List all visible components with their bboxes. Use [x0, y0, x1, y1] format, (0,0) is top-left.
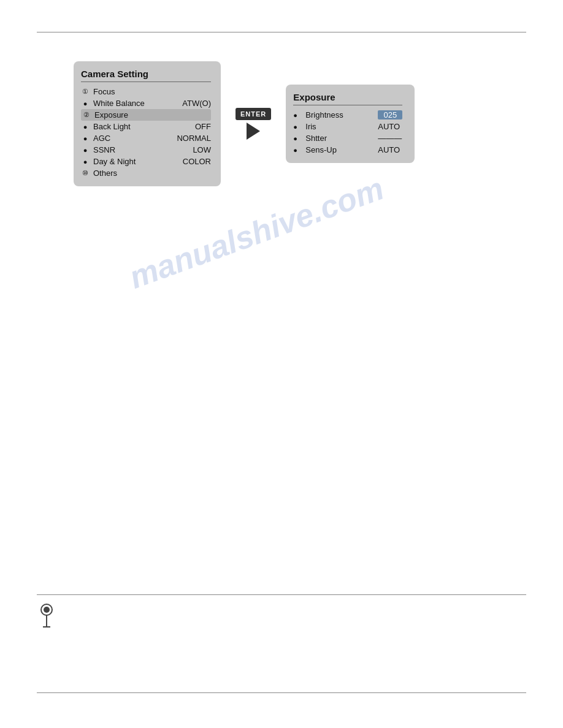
value-sensup: AUTO [378, 145, 402, 154]
label-shutter: Shtter [305, 134, 373, 143]
thumbtack-icon [37, 604, 56, 628]
arrow-right-icon [247, 123, 260, 140]
bullet-day-night: ● [81, 158, 90, 165]
exp-item-iris: ● Iris AUTO [293, 121, 402, 132]
bullet-ssnr: ● [81, 146, 90, 154]
menu-item-agc: ● AGC NORMAL [81, 132, 211, 144]
exposure-menu: Exposure ● Brightness 025 ● Iris AUTO ● … [286, 85, 415, 163]
enter-arrow: ENTER [236, 108, 271, 140]
bullet-backlight: ● [81, 123, 90, 131]
bullet-focus: ① [81, 88, 90, 96]
top-divider [37, 32, 526, 32]
menu-item-backlight: ● Back Light OFF [81, 121, 211, 132]
label-ssnr: SSNR [93, 145, 188, 154]
bullet-others: ⑩ [81, 169, 90, 177]
pin-icon [37, 604, 56, 632]
value-brightness: 025 [378, 110, 402, 119]
value-iris: AUTO [378, 122, 402, 131]
bottom-divider-bottom [37, 692, 526, 693]
bullet-sensup: ● [293, 146, 302, 154]
bullet-agc: ● [81, 135, 90, 142]
menu-item-day-night: ● Day & Night COLOR [81, 156, 211, 167]
bullet-shutter: ● [293, 135, 302, 142]
bottom-divider-top [37, 594, 526, 595]
label-exposure: Exposure [94, 110, 206, 119]
menu-item-others: ⑩ Others [81, 167, 211, 179]
label-backlight: Back Light [93, 122, 190, 131]
menu-item-ssnr: ● SSNR LOW [81, 144, 211, 156]
bullet-wb: ● [81, 100, 90, 107]
label-others: Others [93, 169, 206, 178]
exposure-title: Exposure [293, 92, 402, 105]
menu-item-exposure: ② Exposure [81, 109, 211, 121]
camera-setting-menu: Camera Setting ① Focus ● White Balance A… [74, 61, 221, 186]
value-wb: ATW(O) [182, 99, 211, 108]
camera-menu-title: Camera Setting [81, 69, 211, 82]
bottom-note-area [37, 597, 526, 641]
label-day-night: Day & Night [93, 157, 178, 166]
menu-item-white-balance: ● White Balance ATW(O) [81, 97, 211, 109]
label-wb: White Balance [93, 99, 177, 108]
value-shutter: ——— [378, 134, 402, 143]
menu-item-focus: ① Focus [81, 86, 211, 97]
value-day-night: COLOR [183, 157, 211, 166]
svg-point-1 [44, 607, 50, 613]
value-ssnr: LOW [193, 145, 211, 154]
exp-item-sensup: ● Sens-Up AUTO [293, 144, 402, 156]
label-iris: Iris [305, 122, 373, 131]
bullet-exposure: ② [82, 111, 91, 119]
exp-item-brightness: ● Brightness 025 [293, 109, 402, 121]
label-sensup: Sens-Up [305, 145, 373, 154]
bullet-brightness: ● [293, 112, 302, 119]
value-agc: NORMAL [177, 134, 211, 143]
diagram-area: Camera Setting ① Focus ● White Balance A… [37, 43, 526, 199]
enter-label: ENTER [236, 108, 271, 120]
label-brightness: Brightness [305, 110, 373, 119]
label-agc: AGC [93, 134, 172, 143]
exp-item-shutter: ● Shtter ——— [293, 132, 402, 144]
label-focus: Focus [93, 87, 206, 96]
value-backlight: OFF [195, 122, 211, 131]
bullet-iris: ● [293, 123, 302, 131]
